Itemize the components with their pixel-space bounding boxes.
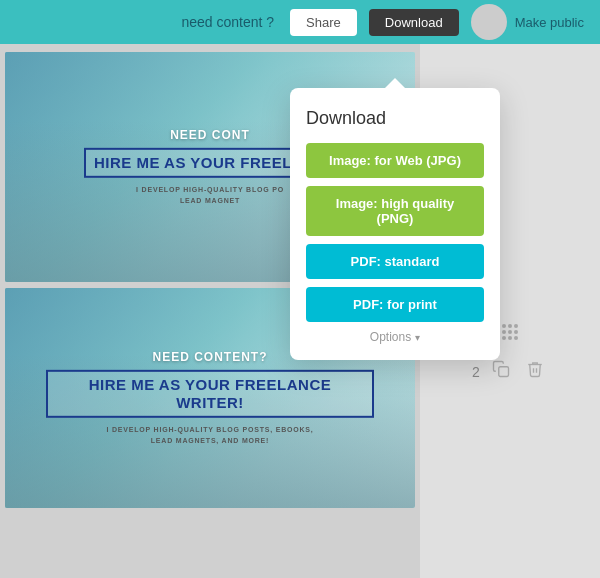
- svg-rect-0: [499, 367, 509, 377]
- download-dropdown: Download Image: for Web (JPG) Image: hig…: [290, 88, 500, 360]
- card-text-2: NEED CONTENT? HIRE ME AS YOUR FREELANCE …: [46, 350, 374, 446]
- need-content-label: need content ?: [181, 14, 274, 30]
- make-public-container: Make public: [471, 4, 584, 40]
- download-pdf-standard-button[interactable]: PDF: standard: [306, 244, 484, 279]
- main-area: NEED CONT HIRE ME AS YOUR FREELANC I DEV…: [0, 44, 600, 578]
- chevron-down-icon: ▾: [415, 332, 420, 343]
- make-public-label: Make public: [515, 15, 584, 30]
- card-headline-2: HIRE ME AS YOUR FREELANCE WRITER!: [46, 370, 374, 418]
- copy-button[interactable]: [488, 356, 514, 387]
- options-label: Options: [370, 330, 411, 344]
- page-number: 2: [472, 364, 480, 380]
- download-png-button[interactable]: Image: high quality (PNG): [306, 186, 484, 236]
- download-jpg-button[interactable]: Image: for Web (JPG): [306, 143, 484, 178]
- page-actions: 2: [472, 356, 548, 387]
- share-button[interactable]: Share: [290, 9, 357, 36]
- download-pdf-print-button[interactable]: PDF: for print: [306, 287, 484, 322]
- make-public-toggle[interactable]: [471, 4, 507, 40]
- download-button[interactable]: Download: [369, 9, 459, 36]
- top-bar: need content ? Share Download Make publi…: [0, 0, 600, 44]
- options-link[interactable]: Options ▾: [306, 330, 484, 344]
- dropdown-title: Download: [306, 108, 484, 129]
- drag-handle-icon: [502, 324, 518, 340]
- card-sub-2: I DEVELOP HIGH-QUALITY BLOG POSTS, EBOOK…: [46, 424, 374, 446]
- delete-button[interactable]: [522, 356, 548, 387]
